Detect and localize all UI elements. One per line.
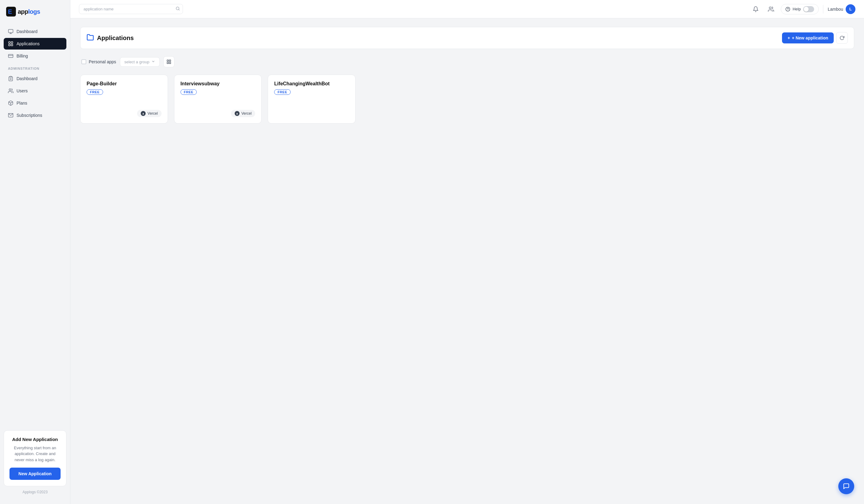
header-divider xyxy=(823,5,823,13)
sidebar-item-users[interactable]: Users xyxy=(4,85,67,97)
grid-icon xyxy=(8,41,13,47)
filters-row: Personal apps select a group xyxy=(80,56,854,67)
select-group-placeholder: select a group xyxy=(124,60,149,64)
promo-card-title: Add New Application xyxy=(10,437,61,442)
search-input[interactable] xyxy=(79,4,183,14)
svg-rect-11 xyxy=(10,76,12,77)
notifications-button[interactable] xyxy=(750,4,761,15)
sidebar-item-applications[interactable]: Applications xyxy=(4,38,67,50)
svg-rect-2 xyxy=(9,29,13,33)
logo[interactable]: E applogs xyxy=(0,0,70,23)
help-icon xyxy=(785,7,790,12)
sidebar-item-plans[interactable]: Plans xyxy=(4,97,67,109)
main: Help Lambou L Applications xyxy=(70,0,864,504)
bell-icon xyxy=(753,6,759,12)
logo-icon: E xyxy=(6,7,16,16)
app-card-badge: FREE xyxy=(180,89,255,95)
monitor-icon xyxy=(8,29,13,34)
chat-icon xyxy=(843,483,850,490)
credit-card-icon xyxy=(8,53,13,59)
svg-rect-23 xyxy=(169,60,171,61)
svg-rect-8 xyxy=(11,44,13,46)
svg-text:E: E xyxy=(8,8,12,15)
app-card[interactable]: Page-Builder FREE ▲ Vercel xyxy=(80,75,168,124)
svg-point-14 xyxy=(9,89,11,90)
page-actions: + + New application xyxy=(782,32,848,44)
sidebar: E applogs Dashboard xyxy=(0,0,70,504)
personal-apps-checkbox[interactable] xyxy=(81,59,86,64)
vercel-label: Vercel xyxy=(147,111,158,115)
personal-apps-label: Personal apps xyxy=(89,59,116,64)
header: Help Lambou L xyxy=(70,0,864,19)
content: Applications + + New application Pe xyxy=(70,19,864,504)
sidebar-item-label: Dashboard xyxy=(16,76,38,81)
app-card-name: Interviewsubway xyxy=(180,81,255,87)
sidebar-item-label: Billing xyxy=(16,53,28,58)
svg-rect-6 xyxy=(11,41,13,43)
vercel-icon: ▲ xyxy=(235,111,240,116)
svg-rect-25 xyxy=(169,62,171,64)
promo-card-description: Everything start from an application. Cr… xyxy=(10,445,61,463)
select-group-dropdown[interactable]: select a group xyxy=(120,57,160,67)
sidebar-bottom: Add New Application Everything start fro… xyxy=(0,426,70,504)
sidebar-item-dashboard[interactable]: Dashboard xyxy=(4,26,67,37)
new-application-label: + New application xyxy=(792,36,828,40)
sidebar-item-admin-dashboard[interactable]: Dashboard xyxy=(4,73,67,84)
header-actions: Help Lambou L xyxy=(750,4,855,15)
chevron-down-icon xyxy=(152,60,155,64)
sidebar-nav: Dashboard Applications Bil xyxy=(0,23,70,124)
grid-view-icon xyxy=(166,59,171,64)
sidebar-item-subscriptions[interactable]: Subscriptions xyxy=(4,110,67,121)
sidebar-footer: Applogs ©2023 xyxy=(4,486,67,499)
page-title: Applications xyxy=(97,35,134,41)
svg-rect-9 xyxy=(9,54,13,58)
plus-icon: + xyxy=(788,36,790,40)
help-toggle[interactable]: Help xyxy=(781,4,819,14)
refresh-button[interactable] xyxy=(836,32,848,44)
app-card[interactable]: Interviewsubway FREE ▲ Vercel xyxy=(174,75,262,124)
app-card-name: LifeChangingWealthBot xyxy=(274,81,349,87)
refresh-icon xyxy=(840,36,844,40)
promo-card: Add New Application Everything start fro… xyxy=(4,430,67,487)
svg-point-19 xyxy=(769,7,771,9)
logo-text: applogs xyxy=(18,8,40,15)
apps-grid: Page-Builder FREE ▲ Vercel Interviewsubw… xyxy=(80,75,356,124)
sidebar-item-label: Subscriptions xyxy=(16,113,42,118)
users-icon xyxy=(8,88,13,94)
user-info[interactable]: Lambou L xyxy=(828,4,855,14)
search-icon xyxy=(176,7,180,12)
sidebar-item-label: Dashboard xyxy=(16,29,38,34)
admin-section-label: ADMINSTRATION xyxy=(4,62,67,72)
chat-button[interactable] xyxy=(838,478,854,494)
sidebar-item-billing[interactable]: Billing xyxy=(4,50,67,62)
vercel-badge: ▲ Vercel xyxy=(137,110,161,117)
cube-icon xyxy=(8,100,13,106)
sidebar-new-application-button[interactable]: New Application xyxy=(10,468,61,480)
vercel-icon: ▲ xyxy=(141,111,146,116)
grid-toggle-button[interactable] xyxy=(164,56,175,67)
sidebar-item-label: Applications xyxy=(16,41,40,46)
app-card-name: Page-Builder xyxy=(87,81,161,87)
clipboard-icon xyxy=(8,76,13,81)
envelope-icon xyxy=(8,112,13,118)
vercel-badge: ▲ Vercel xyxy=(231,110,255,117)
svg-rect-24 xyxy=(167,62,169,64)
personal-apps-checkbox-label[interactable]: Personal apps xyxy=(81,59,116,64)
sidebar-item-label: Users xyxy=(16,88,28,93)
app-card[interactable]: LifeChangingWealthBot FREE xyxy=(268,75,356,124)
help-toggle-switch[interactable] xyxy=(803,6,814,12)
team-button[interactable] xyxy=(766,4,777,15)
new-application-button[interactable]: + + New application xyxy=(782,33,834,44)
user-avatar: L xyxy=(845,4,855,14)
svg-rect-22 xyxy=(167,60,169,61)
page-header: Applications + + New application xyxy=(80,27,854,49)
sidebar-item-label: Plans xyxy=(16,101,27,106)
svg-line-18 xyxy=(179,10,180,10)
team-icon xyxy=(768,6,774,12)
user-name: Lambou xyxy=(828,7,843,12)
vercel-label: Vercel xyxy=(241,111,252,115)
app-card-footer: ▲ Vercel xyxy=(180,110,255,117)
page-title-row: Applications xyxy=(87,34,134,42)
svg-rect-7 xyxy=(9,44,10,46)
app-card-badge: FREE xyxy=(274,89,349,95)
